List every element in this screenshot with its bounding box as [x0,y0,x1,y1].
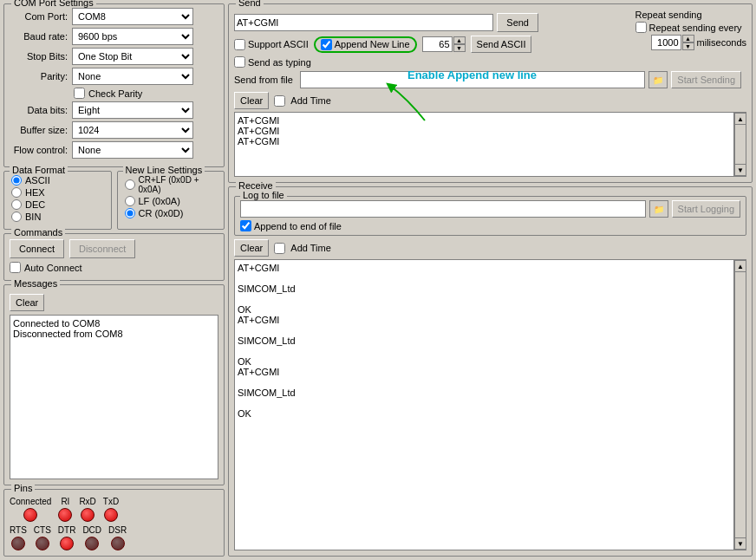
send-from-file-label: Send from file [234,75,293,85]
pin-dcd-label: DCD [82,525,101,535]
ascii-value-input[interactable] [422,36,453,52]
baud-rate-label: Baud rate: [10,31,72,42]
append-newline-highlight: Append New Line [314,36,417,53]
messages-title: Messages [11,278,60,289]
newline-lf-label: LF (0x0A) [139,196,180,206]
auto-connect-label: Auto Connect [24,263,82,273]
receive-scroll-down[interactable]: ▼ [734,537,746,550]
ascii-up[interactable]: ▲ [453,36,466,44]
send-log-line-1: AT+CGMI [238,115,731,126]
log-file-path-input[interactable] [240,200,646,218]
parity-label: Parity: [10,71,72,81]
pin-txd-led [104,508,118,522]
data-format-bin[interactable] [11,212,22,222]
support-ascii-checkbox[interactable] [234,39,245,50]
data-format-ascii-label: ASCII [25,175,50,186]
send-scrollbar[interactable]: ▲ ▼ [734,112,746,177]
repeat-sending-checkbox[interactable] [635,22,647,33]
send-scroll-down[interactable]: ▼ [734,164,746,176]
log-to-file-title: Log to file [240,190,287,200]
data-format-ascii[interactable] [11,175,22,186]
parity-select[interactable]: None [72,68,193,85]
data-format-dec-label: DEC [25,199,45,210]
receive-clear-button[interactable]: Clear [234,239,269,257]
repeat-ms-up[interactable]: ▲ [682,35,694,42]
append-to-file-label: Append to end of file [254,221,342,231]
log-file-browse-button[interactable]: 📁 [649,200,668,218]
repeat-ms-input[interactable] [651,35,681,50]
append-to-file-checkbox[interactable] [240,220,251,231]
enable-append-text: Enable Append new line [407,68,537,81]
send-button[interactable]: Send [497,13,538,32]
baud-rate-select[interactable]: 9600 bps [72,28,193,45]
flow-control-select[interactable]: None [72,141,193,159]
newline-crlf-label: CR+LF (0x0D + 0x0A) [139,175,218,194]
send-as-typing-checkbox[interactable] [234,56,245,68]
messages-area: Connected to COM8 Disconnected from COM8 [10,315,218,479]
send-as-typing-label: Send as typing [248,57,311,68]
send-log-line-2: AT+CGMI [238,126,731,136]
repeat-sending-every-label: Repeat sending every [649,23,742,33]
newline-crlf[interactable] [125,179,135,190]
data-format-bin-label: BIN [25,212,41,222]
send-add-time-checkbox[interactable] [274,95,285,107]
pin-rxd-label: RxD [79,497,95,506]
pin-cts-label: CTS [34,525,51,535]
receive-scrollbar[interactable]: ▲ ▼ [734,259,746,550]
messages-clear-button[interactable]: Clear [10,294,44,311]
append-new-line-checkbox[interactable] [321,39,332,50]
stop-bits-select[interactable]: One Stop Bit [72,48,193,65]
newline-lf[interactable] [125,196,135,206]
connect-button[interactable]: Connect [10,239,64,258]
pin-ri-label: RI [61,497,69,506]
newline-cr[interactable] [125,208,135,218]
buffer-size-select[interactable]: 1024 [72,121,193,139]
send-scroll-up[interactable]: ▲ [734,113,746,125]
data-bits-select[interactable]: Eight [72,101,193,119]
commands-title: Commands [11,227,65,238]
pin-dcd-led [85,537,99,550]
support-ascii-label: Support ASCII [248,39,309,49]
receive-scroll-up[interactable]: ▲ [734,260,746,272]
repeat-ms-down[interactable]: ▼ [682,42,694,50]
buffer-size-label: Buffer size: [10,125,72,135]
receive-add-time-checkbox[interactable] [274,243,285,254]
append-new-line-label: Append New Line [335,39,410,49]
check-parity-label: Check Parity [88,88,142,99]
data-format-title: Data Format [10,165,68,175]
pins-title: Pins [11,483,35,493]
stop-bits-label: Stop Bits: [10,51,72,62]
com-port-label: Com Port: [10,11,72,22]
com-port-select[interactable]: COM8 [72,8,193,25]
check-parity-checkbox[interactable] [74,88,85,99]
start-sending-button[interactable]: Start Sending [671,71,741,88]
pin-rts-label: RTS [10,525,27,535]
send-file-browse-button[interactable]: 📁 [648,71,668,88]
receive-add-time-label: Add Time [290,243,330,253]
repeat-sending-title: Repeat sending [635,10,702,20]
send-text-input[interactable] [234,14,493,31]
disconnect-button[interactable]: Disconnect [69,239,135,258]
repeat-ms-label: miliseconds [697,37,746,48]
send-log-line-3: AT+CGMI [238,136,731,147]
pin-connected-label: Connected [10,497,51,506]
receive-content: AT+CGMI SIMCOM_Ltd OK AT+CGMI SIMCOM_Ltd… [238,263,731,547]
pin-dtr-led [60,537,74,550]
send-clear-button[interactable]: Clear [234,92,269,109]
messages-line-1: Connected to COM8 [13,318,215,329]
pin-rts-led [11,537,25,550]
receive-log-area: AT+CGMI SIMCOM_Ltd OK AT+CGMI SIMCOM_Ltd… [234,259,734,550]
data-format-hex[interactable] [11,187,22,198]
start-logging-button[interactable]: Start Logging [672,200,740,218]
data-bits-label: Data bits: [10,105,72,115]
com-port-settings-title: COM Port Settings [11,0,96,8]
newline-cr-label: CR (0x0D) [139,208,184,218]
pin-dtr-label: DTR [58,525,76,535]
send-title: Send [236,0,264,8]
ascii-down[interactable]: ▼ [453,44,466,52]
send-ascii-button[interactable]: Send ASCII [471,36,532,53]
data-format-hex-label: HEX [25,187,45,198]
auto-connect-checkbox[interactable] [10,262,21,273]
messages-line-2: Disconnected from COM8 [13,329,215,339]
data-format-dec[interactable] [11,199,22,210]
